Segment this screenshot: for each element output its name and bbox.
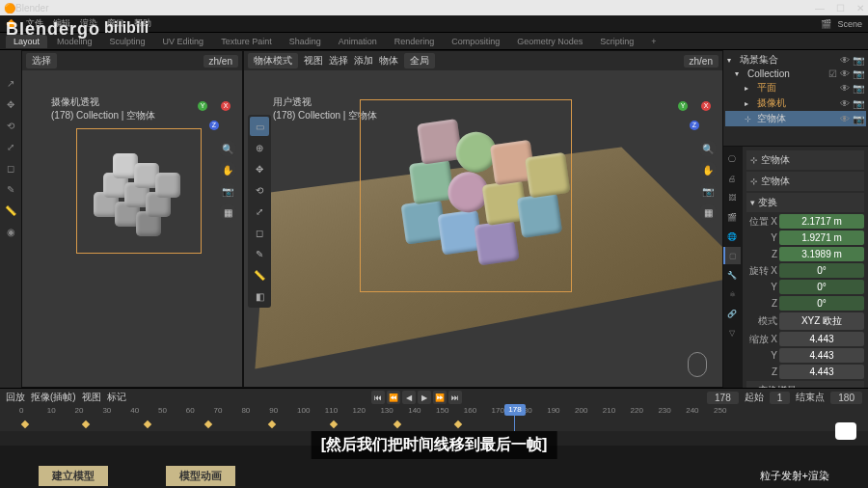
- tab-add[interactable]: +: [643, 35, 664, 48]
- rot-z[interactable]: 0°: [779, 296, 864, 311]
- cursor-icon[interactable]: ◉: [3, 224, 18, 239]
- rot-mode[interactable]: XYZ 欧拉: [779, 312, 864, 330]
- annotate-icon[interactable]: ✎: [3, 181, 18, 197]
- scale-icon[interactable]: ⤢: [3, 139, 18, 154]
- vp2-menu-select[interactable]: 选择: [329, 54, 348, 68]
- tool-transform[interactable]: ◻: [250, 223, 269, 242]
- vp2-orient[interactable]: zh/en: [684, 55, 719, 68]
- jump-start[interactable]: ⏮: [371, 391, 385, 404]
- vp1-orient[interactable]: zh/en: [203, 55, 238, 68]
- keyframe[interactable]: [204, 420, 212, 428]
- playhead[interactable]: 178: [514, 406, 515, 431]
- ptab-physics[interactable]: ⚛: [723, 285, 741, 303]
- ptab-view[interactable]: 🖼: [723, 189, 741, 206]
- tab-geonodes[interactable]: Geometry Nodes: [509, 35, 590, 48]
- vp2-menu-object[interactable]: 物体: [379, 54, 398, 68]
- ptab-object[interactable]: ▢: [723, 247, 741, 264]
- loc-x[interactable]: 2.1717 m: [779, 214, 864, 229]
- axis-x-2[interactable]: X: [701, 101, 711, 111]
- play-rev[interactable]: ◀: [402, 391, 416, 404]
- chapter-1[interactable]: 建立模型: [39, 466, 108, 486]
- rotate-icon[interactable]: ⟲: [3, 118, 18, 133]
- tool-scale[interactable]: ⤢: [250, 202, 269, 221]
- play-fwd[interactable]: ▶: [418, 391, 431, 404]
- ptab-output[interactable]: 🖨: [723, 170, 741, 187]
- loc-y[interactable]: 1.9271 m: [779, 230, 864, 245]
- tab-shading[interactable]: Shading: [282, 35, 329, 48]
- zoom-icon[interactable]: 🔍: [219, 140, 236, 157]
- tool-measure[interactable]: 📏: [250, 265, 269, 285]
- persp-icon[interactable]: ▦: [219, 203, 236, 221]
- tab-compositing[interactable]: Compositing: [444, 35, 507, 48]
- ptab-constraint[interactable]: 🔗: [723, 305, 741, 322]
- end-frame[interactable]: 180: [830, 392, 862, 404]
- start-frame[interactable]: 1: [770, 392, 791, 404]
- keyframe[interactable]: [82, 420, 90, 428]
- prev-kf[interactable]: ⏪: [387, 391, 400, 404]
- pan-icon[interactable]: ✋: [219, 161, 236, 178]
- jump-end[interactable]: ⏭: [448, 391, 462, 404]
- panel-delta[interactable]: ▸ 变换增量: [746, 381, 864, 388]
- arrow-icon[interactable]: ↗: [3, 75, 18, 91]
- tool-cursor[interactable]: ⊕: [250, 138, 269, 157]
- scale-x[interactable]: 4.443: [779, 332, 864, 346]
- scene-selector[interactable]: 🎬 Scene: [821, 19, 862, 29]
- camera-icon-2[interactable]: 📷: [699, 182, 717, 200]
- ptab-render[interactable]: 🖵: [723, 150, 741, 168]
- tab-animation[interactable]: Animation: [331, 35, 385, 48]
- camera-icon[interactable]: 📷: [219, 182, 236, 200]
- vp2-mode[interactable]: 物体模式: [248, 53, 298, 68]
- keyframe[interactable]: [21, 420, 29, 428]
- viewport-user[interactable]: 物体模式 视图 选择 添加 物体 全局 zh/en 用户透视 (178) Col…: [243, 50, 723, 388]
- chapter-2[interactable]: 模型动画: [166, 466, 235, 486]
- tl-keying[interactable]: 抠像(插帧): [31, 391, 76, 404]
- tool-select[interactable]: ▭: [250, 117, 269, 136]
- measure-icon[interactable]: 📏: [3, 203, 18, 218]
- viewport1-canvas[interactable]: 摄像机透视 (178) Collection | 空物体 X Y Z: [22, 70, 242, 387]
- ptab-scene[interactable]: 🎬: [723, 208, 741, 226]
- timeline-track[interactable]: 0102030405060708090100110120130140150160…: [0, 406, 868, 431]
- tl-playback[interactable]: 回放: [6, 391, 25, 404]
- tab-texture[interactable]: Texture Paint: [213, 35, 280, 48]
- chapter-3[interactable]: 粒子发射+渲染: [760, 469, 829, 483]
- maximize-button[interactable]: ☐: [836, 3, 845, 14]
- persp-icon-2[interactable]: ▦: [699, 203, 717, 221]
- keyframe[interactable]: [454, 420, 462, 428]
- axis-z-2[interactable]: Z: [690, 121, 699, 130]
- vp1-mode[interactable]: 选择: [26, 53, 57, 68]
- keyframe[interactable]: [143, 420, 150, 428]
- nav-gizmo-2[interactable]: X Y Z: [676, 95, 715, 134]
- tool-move[interactable]: ✥: [250, 159, 269, 178]
- panel-transform[interactable]: ▾ 变换: [746, 193, 864, 212]
- axis-y[interactable]: Y: [198, 101, 207, 111]
- outliner-row-scene[interactable]: ▾场景集合👁 📷: [725, 52, 866, 68]
- outliner-row-camera[interactable]: ▸摄像机👁 📷: [725, 95, 866, 111]
- transform-icon[interactable]: ◻: [3, 160, 18, 176]
- vp2-menu-view[interactable]: 视图: [304, 54, 323, 68]
- tool-rotate[interactable]: ⟲: [250, 180, 269, 200]
- tab-scripting[interactable]: Scripting: [592, 35, 641, 48]
- axis-y-2[interactable]: Y: [678, 101, 688, 111]
- rot-y[interactable]: 0°: [779, 280, 864, 294]
- viewport2-canvas[interactable]: 用户透视 (178) Collection | 空物体 ▭ ⊕ ✥ ⟲ ⤢ ◻ …: [244, 70, 722, 387]
- nav-gizmo[interactable]: X Y Z: [196, 95, 234, 134]
- keyframe[interactable]: [329, 420, 337, 428]
- tab-rendering[interactable]: Rendering: [387, 35, 443, 48]
- axis-x[interactable]: X: [221, 101, 231, 111]
- outliner-row-plane[interactable]: ▸平面👁 📷: [725, 80, 866, 95]
- loc-z[interactable]: 3.1989 m: [779, 247, 864, 261]
- minimize-button[interactable]: —: [815, 3, 825, 14]
- ptab-world[interactable]: 🌐: [723, 228, 741, 245]
- vp2-global[interactable]: 全局: [404, 53, 435, 68]
- pan-icon-2[interactable]: ✋: [699, 161, 717, 178]
- outliner-row-collection[interactable]: ▾Collection☑ 👁 📷: [725, 68, 866, 80]
- outliner-row-empty[interactable]: ⊹空物体👁 📷: [725, 111, 866, 126]
- keyframe[interactable]: [393, 420, 401, 428]
- ptab-data[interactable]: ▽: [723, 324, 741, 341]
- rot-x[interactable]: 0°: [779, 263, 864, 278]
- tool-annotate[interactable]: ✎: [250, 244, 269, 263]
- close-button[interactable]: ✕: [856, 3, 864, 14]
- ptab-modifier[interactable]: 🔧: [723, 266, 741, 284]
- axis-z[interactable]: Z: [209, 121, 219, 130]
- zoom-icon-2[interactable]: 🔍: [699, 140, 717, 157]
